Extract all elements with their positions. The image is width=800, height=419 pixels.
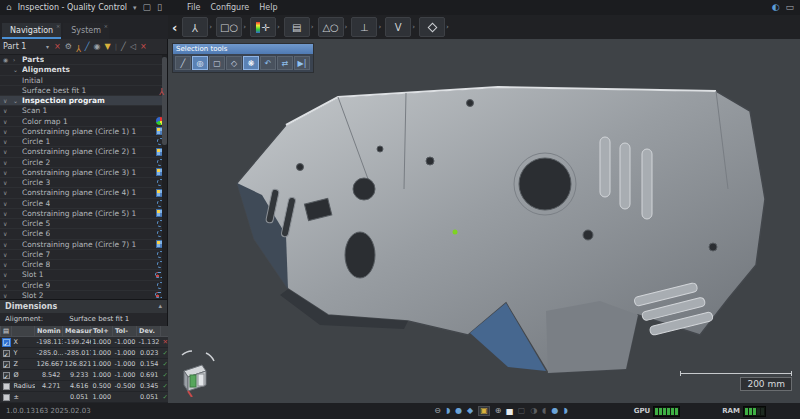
row-checkbox[interactable]: ✓ <box>3 339 10 346</box>
flag-icon[interactable]: ◗ <box>563 407 567 415</box>
collapse-icon[interactable]: ▴ <box>158 302 162 310</box>
tree-expand-icon[interactable]: ⌄ <box>13 97 22 104</box>
ellipse-select-icon[interactable]: ◎ <box>192 56 208 70</box>
toolbar-next-icon[interactable]: › <box>209 23 212 31</box>
tree-check-icon[interactable]: ∨ <box>3 107 13 114</box>
axes-icon[interactable]: Y <box>76 43 81 51</box>
tree-item[interactable]: Initial <box>0 76 167 86</box>
tree-expand-icon[interactable]: ⌄ <box>13 66 22 73</box>
toolbar-next-icon[interactable]: › <box>412 23 415 31</box>
probing-tool-icon[interactable]: ⊥ <box>351 17 377 37</box>
tree-item[interactable]: Surface best fit 1Y <box>0 86 167 96</box>
tree-item[interactable]: ∨Scan 1 <box>0 106 167 116</box>
tree-check-icon[interactable]: ∨ <box>3 251 13 258</box>
row-checkbox[interactable]: ✓ <box>3 372 10 379</box>
part-model[interactable] <box>168 39 800 403</box>
part-selector[interactable]: Part 1 <box>3 42 43 51</box>
tree-item[interactable]: ∨Circle 3 <box>0 178 167 188</box>
workspace-manager-icon[interactable]: ▯ <box>157 3 162 12</box>
toolbar-next-icon[interactable]: › <box>446 23 449 31</box>
tree-item[interactable]: ∨Constraining plane (Circle 5) 1 <box>0 209 167 219</box>
tree-item[interactable]: ∨Circle 1 <box>0 137 167 147</box>
tree-item[interactable]: ∨Circle 6 <box>0 229 167 239</box>
title-caret-icon[interactable]: ▾ <box>133 4 137 12</box>
tree-item[interactable]: ∨Circle 8 <box>0 260 167 270</box>
tree-item[interactable]: ∨Constraining plane (Circle 4) 1 <box>0 188 167 198</box>
tree-item[interactable]: ◉›Parts <box>0 55 167 65</box>
alignment-value[interactable]: Surface best fit 1 <box>69 315 129 323</box>
histogram-icon[interactable]: ▅ <box>507 407 513 415</box>
tree-check-icon[interactable]: ∨ <box>3 292 13 299</box>
colormap-tool-icon[interactable]: ✛ <box>250 17 276 37</box>
toolbar-next-icon[interactable]: › <box>243 23 246 31</box>
filter-icon[interactable]: ▼ <box>105 43 111 51</box>
move-mode-icon[interactable]: ◆ <box>467 407 473 415</box>
selection-tools-palette[interactable]: Selection tools ╱◎▢◇❋↶⇄▶| <box>172 43 314 73</box>
mute-icon[interactable]: ◁ <box>130 43 136 51</box>
tab-pin-icon[interactable]: × <box>56 23 60 29</box>
tree-scrollbar-thumb[interactable] <box>162 57 167 145</box>
tree-check-icon[interactable]: ∨ <box>3 241 13 248</box>
globe-mode-icon[interactable]: ⊕ <box>495 407 502 415</box>
tree-item[interactable]: ∨Constraining plane (Circle 3) 1 <box>0 168 167 178</box>
tab-pin-icon[interactable]: × <box>104 23 108 29</box>
cloud-sync-icon[interactable]: ● <box>551 407 558 415</box>
tab-system[interactable]: System× <box>63 23 109 39</box>
tree-check-icon[interactable]: ∨ <box>3 169 13 176</box>
snap-mode-icon[interactable]: ⊖ <box>434 407 441 415</box>
feedback-icon[interactable]: ▭ <box>785 2 794 12</box>
selection-tools-title[interactable]: Selection tools <box>173 44 313 54</box>
toolbar-next-icon[interactable]: › <box>277 23 280 31</box>
edit-icon[interactable]: ╱ <box>121 43 126 51</box>
undo-selection-icon[interactable]: ↶ <box>260 56 276 70</box>
tree-check-icon[interactable]: ∨ <box>3 159 13 166</box>
tree-item[interactable]: ∨Color map 1 <box>0 117 167 127</box>
tree-item[interactable]: ∨Circle 9 <box>0 281 167 291</box>
tree-check-icon[interactable]: ∨ <box>3 128 13 135</box>
tree-item[interactable]: ∨⌄Inspection program <box>0 96 167 106</box>
menu-help[interactable]: Help <box>254 3 282 12</box>
dimension-row[interactable]: ✓X-198.113-199.2461.000-1.000-1.132✕ <box>1 337 169 348</box>
dimension-row[interactable]: ✓Ø8.5429.2331.000-1.0000.691✓ <box>1 370 169 381</box>
row-checkbox[interactable] <box>3 383 10 390</box>
delete-part-icon[interactable]: × <box>54 43 61 51</box>
tree-check-icon[interactable]: ∨ <box>3 282 13 289</box>
row-checkbox[interactable]: ✓ <box>3 350 10 357</box>
3d-viewport[interactable]: Selection tools ╱◎▢◇❋↶⇄▶| 200 m <box>168 39 800 403</box>
scene-tool-icon[interactable] <box>419 17 445 37</box>
dimension-row[interactable]: Radius4.2714.6160.500-0.5000.345✓ <box>1 381 169 392</box>
tree-check-icon[interactable]: ∨ <box>3 189 13 196</box>
report-tool-icon[interactable]: ▤ <box>284 17 310 37</box>
tree-check-icon[interactable]: ∨ <box>3 118 13 125</box>
tree-check-icon[interactable]: ◉ <box>3 56 13 63</box>
row-checkbox[interactable]: ✓ <box>3 361 10 368</box>
tree-check-icon[interactable]: ∨ <box>3 179 13 186</box>
invert-selection-icon[interactable]: ⇄ <box>277 56 293 70</box>
dimension-row[interactable]: ✓Z126.667126.8211.000-1.0000.154✓ <box>1 359 169 370</box>
tree-item[interactable]: ∨Slot 2 <box>0 291 167 299</box>
tree-item[interactable]: ⌄Alignments <box>0 65 167 75</box>
tree-item[interactable]: ∨Circle 7 <box>0 250 167 260</box>
freeform-select-icon[interactable]: ◇ <box>226 56 242 70</box>
toolbar-back-icon[interactable]: ‹ <box>172 20 177 35</box>
dimensions-header[interactable]: Dimensions ▴ <box>0 300 167 313</box>
tree-item[interactable]: ∨Circle 4 <box>0 199 167 209</box>
alignment-tool-icon[interactable]: Y <box>182 17 208 37</box>
toolbar-next-icon[interactable]: › <box>345 23 348 31</box>
new-document-icon[interactable]: ▢ <box>143 3 152 12</box>
end-selection-icon[interactable]: ▶| <box>294 56 310 70</box>
tree-check-icon[interactable]: ∨ <box>3 210 13 217</box>
toolbar-next-icon[interactable]: › <box>378 23 381 31</box>
row-checkbox[interactable] <box>3 394 10 401</box>
toolbar-next-icon[interactable]: › <box>311 23 314 31</box>
tree-item[interactable]: ∨Slot 1 <box>0 270 167 280</box>
tree-item[interactable]: ∨Constraining plane (Circle 7) 1 <box>0 240 167 250</box>
brush-select-icon[interactable]: ❋ <box>243 56 259 70</box>
light-icon[interactable]: ◑ <box>530 407 537 415</box>
point-cloud-icon[interactable]: ● <box>455 407 462 415</box>
cad-model-icon[interactable]: ⚙ <box>65 43 72 51</box>
table-settings-icon[interactable]: ▤ <box>1 326 12 337</box>
tree-check-icon[interactable]: ∨ <box>3 271 13 278</box>
tree-check-icon[interactable]: ∨ <box>3 261 13 268</box>
menu-file[interactable]: File <box>182 3 205 12</box>
